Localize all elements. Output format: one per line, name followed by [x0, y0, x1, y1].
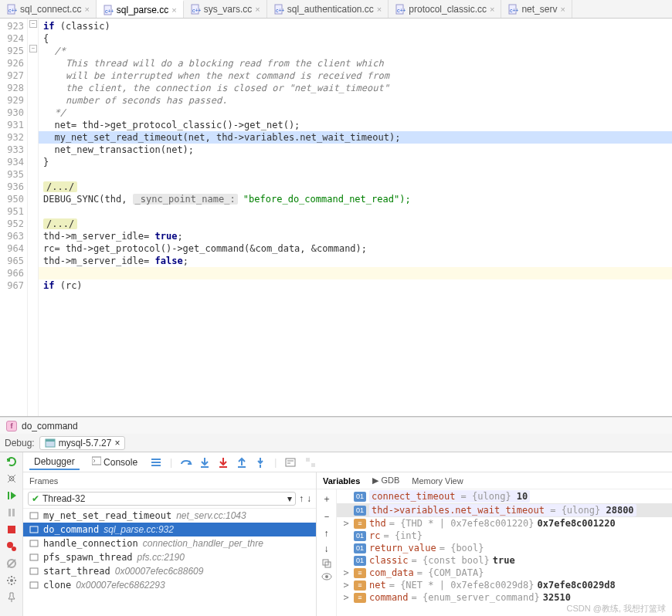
- step-over-button[interactable]: [180, 456, 192, 469]
- show-execution-point-button[interactable]: [150, 456, 162, 469]
- tab-memory-view[interactable]: Memory View: [412, 476, 463, 486]
- variable-row[interactable]: >≡ com_data = {COM_DATA}: [337, 567, 672, 579]
- type-badge-icon: 01: [354, 543, 366, 553]
- close-icon[interactable]: ×: [84, 5, 89, 14]
- debug-tool-window: Debugger Console | | Frames: [0, 452, 672, 616]
- stack-frame[interactable]: my_net_set_read_timeout net_serv.cc:1043: [23, 509, 316, 523]
- tab-console-label: Console: [104, 457, 137, 468]
- editor-tab[interactable]: c++sql_authentication.cc×: [267, 0, 389, 18]
- close-icon[interactable]: ×: [114, 438, 120, 448]
- variables-list[interactable]: 01 connect_timeout = {ulong} 1001 thd->v…: [337, 489, 672, 616]
- editor-tab[interactable]: c++net_serv×: [501, 0, 572, 18]
- svg-rect-15: [8, 492, 9, 499]
- variable-row[interactable]: >≡ net = {NET * | 0x7efe8c0029d8} 0x7efe…: [337, 579, 672, 591]
- expand-toggle[interactable]: >: [341, 580, 351, 591]
- expand-toggle[interactable]: >: [341, 567, 351, 578]
- tab-debugger[interactable]: Debugger: [29, 455, 80, 470]
- variable-row[interactable]: >≡ command = {enum_server_command} 32510: [337, 591, 672, 604]
- editor-tab[interactable]: c++protocol_classic.cc×: [389, 0, 501, 18]
- pin-button[interactable]: [5, 591, 18, 604]
- frame-icon: [29, 511, 39, 520]
- fold-toggle[interactable]: −: [29, 20, 37, 28]
- debug-label: Debug:: [5, 438, 35, 448]
- svg-rect-42: [30, 513, 38, 519]
- editor-tab[interactable]: c++sql_parse.cc×: [97, 0, 184, 18]
- stack-frame[interactable]: start_thread 0x00007efec6c88609: [23, 564, 316, 578]
- debug-toolbar: Debugger Console | |: [23, 452, 672, 472]
- close-icon[interactable]: ×: [560, 5, 565, 14]
- thread-name: Thread-32: [42, 493, 85, 504]
- variable-row[interactable]: 01 thd->variables.net_wait_timeout = {ul…: [337, 503, 672, 517]
- close-icon[interactable]: ×: [171, 5, 176, 15]
- application-icon: [45, 438, 56, 448]
- move-down-button[interactable]: ↓: [324, 543, 329, 554]
- force-step-into-button[interactable]: [217, 456, 229, 469]
- thread-selector[interactable]: ✔ Thread-32 ▾: [28, 492, 296, 506]
- svg-rect-47: [30, 582, 38, 588]
- close-icon[interactable]: ×: [377, 5, 382, 14]
- type-badge-icon: 01: [354, 492, 366, 502]
- svg-text:c++: c++: [192, 8, 201, 13]
- variable-row[interactable]: >≡ thd = {THD * | 0x7efe8c001220} 0x7efe…: [337, 517, 672, 530]
- prev-frame-button[interactable]: ↑: [299, 493, 304, 504]
- svg-rect-40: [306, 458, 310, 462]
- show-watches-button[interactable]: [321, 573, 332, 580]
- pause-button[interactable]: [5, 506, 18, 519]
- svg-text:c++: c++: [105, 8, 114, 14]
- breadcrumb-method[interactable]: do_command: [22, 421, 78, 432]
- view-breakpoints-button[interactable]: [5, 540, 18, 553]
- run-configuration[interactable]: mysql-5.7.27 ×: [39, 436, 126, 450]
- step-into-button[interactable]: [199, 456, 211, 469]
- mute-breakpoints-button[interactable]: [5, 557, 18, 570]
- code-editor: 9239249259269279289299309319329339349359…: [0, 19, 672, 417]
- editor-tab[interactable]: c++sys_vars.cc×: [184, 0, 267, 18]
- tab-console[interactable]: Console: [87, 455, 142, 469]
- remove-watch-button[interactable]: －: [322, 510, 331, 523]
- svg-rect-37: [286, 459, 295, 466]
- fold-toggle[interactable]: −: [29, 45, 37, 52]
- settings-button[interactable]: [5, 574, 18, 587]
- variable-row[interactable]: 01 connect_timeout = {ulong} 10: [337, 489, 672, 503]
- stack-frame[interactable]: pfs_spawn_thread pfs.cc:2190: [23, 550, 316, 564]
- svg-rect-45: [30, 554, 38, 560]
- close-icon[interactable]: ×: [490, 5, 494, 14]
- svg-rect-41: [311, 463, 315, 467]
- variable-row[interactable]: 01 classic = {const bool} true: [337, 554, 672, 567]
- trace-button[interactable]: [304, 456, 317, 469]
- frame-icon: [29, 525, 39, 534]
- type-badge-icon: 01: [354, 506, 366, 516]
- duplicate-watch-button[interactable]: [322, 559, 331, 568]
- stack-list[interactable]: my_net_set_read_timeout net_serv.cc:1043…: [23, 509, 316, 616]
- type-badge-icon: ≡: [354, 580, 366, 591]
- tab-gdb[interactable]: ▶ GDB: [372, 476, 399, 486]
- run-to-cursor-button[interactable]: [254, 456, 266, 469]
- expand-toggle[interactable]: >: [341, 518, 351, 529]
- code-area[interactable]: if (classic){ /* This thread will do a b…: [39, 19, 672, 416]
- step-out-button[interactable]: [236, 456, 248, 469]
- add-watch-button[interactable]: ＋: [322, 492, 331, 506]
- expand-toggle[interactable]: >: [341, 592, 351, 603]
- method-icon: f: [6, 421, 17, 432]
- stop-button[interactable]: [5, 523, 18, 536]
- frame-icon: [29, 539, 39, 548]
- svg-text:c++: c++: [276, 8, 284, 13]
- close-icon[interactable]: ×: [255, 5, 260, 14]
- type-badge-icon: 01: [354, 531, 366, 541]
- variable-row[interactable]: 01 return_value = {bool}: [337, 542, 672, 554]
- next-frame-button[interactable]: ↓: [307, 493, 311, 504]
- resume-button[interactable]: [5, 489, 18, 502]
- svg-text:c++: c++: [8, 8, 17, 13]
- line-gutter: 9239249259269279289299309319329339349359…: [0, 19, 28, 416]
- stack-frame[interactable]: clone 0x00007efec6862293: [23, 578, 316, 592]
- rerun-button[interactable]: [5, 455, 18, 468]
- variable-row[interactable]: 01 rc = {int}: [337, 530, 672, 542]
- svg-point-51: [325, 575, 328, 578]
- editor-tab[interactable]: c++sql_connect.cc×: [0, 0, 97, 18]
- tab-variables[interactable]: Variables: [323, 476, 360, 486]
- variables-panel: Variables ▶ GDB Memory View ＋ － ↑ ↓ 01 c…: [317, 472, 672, 616]
- stack-frame[interactable]: handle_connection connection_handler_per…: [23, 536, 316, 550]
- stack-frame[interactable]: do_command sql_parse.cc:932: [23, 523, 316, 536]
- modify-run-button[interactable]: [5, 472, 18, 485]
- evaluate-expression-button[interactable]: [284, 456, 297, 469]
- move-up-button[interactable]: ↑: [324, 528, 329, 539]
